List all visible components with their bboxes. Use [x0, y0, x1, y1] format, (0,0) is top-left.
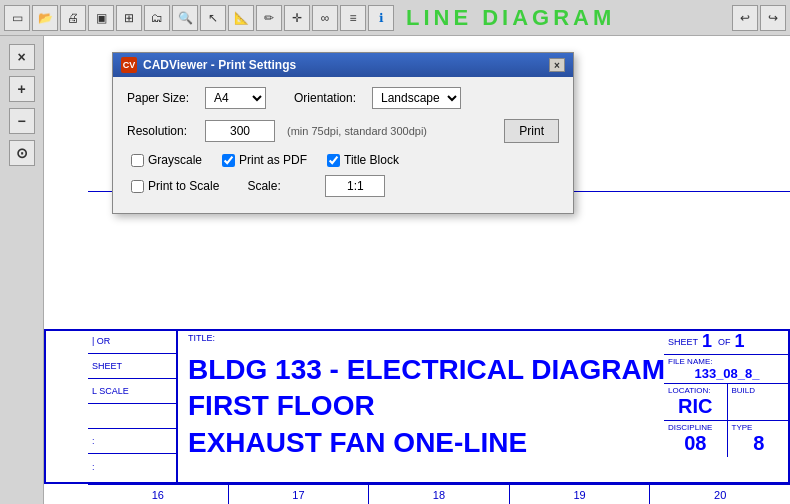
sheet-label: SHEET	[668, 337, 698, 347]
type-cell: TYPE 8	[728, 421, 791, 457]
resolution-label: Resolution:	[127, 124, 197, 138]
print-as-pdf-checkbox[interactable]	[222, 154, 235, 167]
dialog-titlebar[interactable]: CV CADViewer - Print Settings ×	[113, 53, 573, 77]
print-button[interactable]: 🖨	[60, 5, 86, 31]
app-title: LINE DIAGRAM	[406, 5, 615, 31]
file-name-label: FILE NAME:	[668, 357, 786, 366]
bottom-numbers-row: 16 17 18 19 20	[88, 484, 790, 504]
paper-orientation-row: Paper Size: A4 A3 Letter Legal Orientati…	[127, 87, 559, 109]
zoom-out-button[interactable]: −	[9, 108, 35, 134]
scale-label: Scale:	[247, 179, 317, 193]
zoom-button[interactable]: 🔍	[172, 5, 198, 31]
crosshair-button[interactable]: ✛	[284, 5, 310, 31]
build-label: BUILD	[732, 386, 787, 395]
paper-size-select[interactable]: A4 A3 Letter Legal	[205, 87, 266, 109]
title-block-label: Title Block	[344, 153, 399, 167]
print-to-scale-checkbox[interactable]	[131, 180, 144, 193]
bottom-num-17: 17	[229, 485, 370, 504]
paper-size-label: Paper Size:	[127, 91, 197, 105]
dialog-title: CADViewer - Print Settings	[143, 58, 296, 72]
open-button[interactable]: 📂	[32, 5, 58, 31]
layers-button[interactable]: ⊞	[116, 5, 142, 31]
title-line3: EXHAUST FAN ONE-LINE	[188, 425, 706, 461]
file-name-value: 133_08_8_	[668, 366, 786, 381]
grayscale-checkbox[interactable]	[131, 154, 144, 167]
of-label: OF	[718, 337, 731, 347]
left-nav: × + − ⊙	[0, 36, 44, 504]
resolution-row: Resolution: (min 75dpi, standard 300dpi)…	[127, 119, 559, 143]
scale-row: Print to Scale Scale:	[131, 175, 559, 197]
left-label-scale: L SCALE	[88, 379, 176, 404]
scale-input[interactable]	[325, 175, 385, 197]
fit-button[interactable]: ⊙	[9, 140, 35, 166]
dialog-body: Paper Size: A4 A3 Letter Legal Orientati…	[113, 77, 573, 213]
dialog-icon-label: CV	[123, 60, 136, 70]
window-button[interactable]: ▣	[88, 5, 114, 31]
bottom-num-20: 20	[650, 485, 790, 504]
left-label-sheet: SHEET	[88, 354, 176, 379]
print-to-scale-label: Print to Scale	[148, 179, 219, 193]
close-nav-button[interactable]: ×	[9, 44, 35, 70]
location-value: RIC	[668, 395, 723, 418]
dialog-titlebar-left: CV CADViewer - Print Settings	[121, 57, 296, 73]
undo-button[interactable]: ↩	[732, 5, 758, 31]
resolution-hint: (min 75dpi, standard 300dpi)	[287, 125, 427, 137]
type-label: TYPE	[732, 423, 787, 432]
resolution-input[interactable]	[205, 120, 275, 142]
orientation-select[interactable]: Landscape Portrait	[372, 87, 461, 109]
title-line1: BLDG 133 - ELECTRICAL DIAGRAM	[188, 352, 706, 388]
dialog-close-button[interactable]: ×	[549, 58, 565, 72]
left-label-colon2: :	[88, 454, 176, 479]
print-as-pdf-checkbox-item: Print as PDF	[222, 153, 307, 167]
undo-redo-group: ↩ ↪	[732, 5, 786, 31]
print-button[interactable]: Print	[504, 119, 559, 143]
info-button[interactable]: ℹ	[368, 5, 394, 31]
location-label: LOCATION:	[668, 386, 723, 395]
discipline-label: DISCIPLINE	[668, 423, 723, 432]
title-label: TITLE:	[188, 333, 215, 343]
left-label-empty1	[88, 404, 176, 429]
main-title-area: TITLE: BLDG 133 - ELECTRICAL DIAGRAM FIR…	[178, 329, 708, 484]
location-cell: LOCATION: RIC	[664, 384, 728, 420]
toolbar: ▭ 📂 🖨 ▣ ⊞ 🗂 🔍 ↖ 📐 ✏ ✛ ∞ ≡ ℹ LINE DIAGRAM…	[0, 0, 790, 36]
file-name-row: FILE NAME: 133_08_8_	[664, 355, 790, 384]
discipline-cell: DISCIPLINE 08	[664, 421, 728, 457]
left-label-or: | OR	[88, 329, 176, 354]
grayscale-checkbox-item: Grayscale	[131, 153, 202, 167]
grayscale-label: Grayscale	[148, 153, 202, 167]
left-labels-panel: | OR SHEET L SCALE : :	[88, 329, 178, 484]
discipline-value: 08	[668, 432, 723, 455]
print-as-pdf-label: Print as PDF	[239, 153, 307, 167]
build-cell: BUILD	[728, 384, 791, 420]
new-button[interactable]: ▭	[4, 5, 30, 31]
bottom-num-16: 16	[88, 485, 229, 504]
left-label-colon1: :	[88, 429, 176, 454]
print-to-scale-item: Print to Scale	[131, 179, 219, 193]
right-info-panel: SHEET 1 OF 1 FILE NAME: 133_08_8_ LOCATI…	[664, 329, 790, 484]
folder-button[interactable]: 🗂	[144, 5, 170, 31]
title-line2: FIRST FLOOR	[188, 388, 706, 424]
sheet-info-row: SHEET 1 OF 1	[664, 329, 790, 355]
checkbox-row1: Grayscale Print as PDF Title Block	[131, 153, 559, 167]
print-dialog: CV CADViewer - Print Settings × Paper Si…	[112, 52, 574, 214]
redo-button[interactable]: ↪	[760, 5, 786, 31]
orientation-label: Orientation:	[294, 91, 364, 105]
text-button[interactable]: ≡	[340, 5, 366, 31]
discipline-type-row: DISCIPLINE 08 TYPE 8	[664, 421, 790, 457]
bottom-num-18: 18	[369, 485, 510, 504]
measure-button[interactable]: 📐	[228, 5, 254, 31]
redline-button[interactable]: ✏	[256, 5, 282, 31]
select-button[interactable]: ↖	[200, 5, 226, 31]
type-value: 8	[732, 432, 787, 455]
bottom-num-19: 19	[510, 485, 651, 504]
of-value: 1	[735, 331, 745, 352]
dialog-app-icon: CV	[121, 57, 137, 73]
infinity-button[interactable]: ∞	[312, 5, 338, 31]
title-block-checkbox[interactable]	[327, 154, 340, 167]
zoom-in-button[interactable]: +	[9, 76, 35, 102]
title-block-checkbox-item: Title Block	[327, 153, 399, 167]
location-build-row: LOCATION: RIC BUILD	[664, 384, 790, 421]
sheet-value: 1	[702, 331, 712, 352]
